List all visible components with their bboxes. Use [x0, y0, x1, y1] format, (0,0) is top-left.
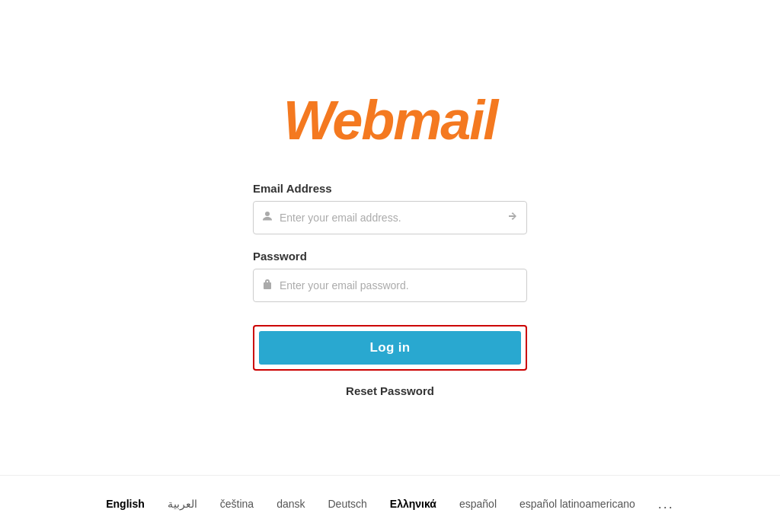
main-content: Webmail Email Address: [0, 89, 780, 397]
reset-password-link[interactable]: Reset Password: [253, 384, 527, 397]
lang-czech[interactable]: čeština: [220, 498, 254, 510]
lock-icon: [261, 278, 273, 293]
logo-container: Webmail: [283, 89, 497, 151]
language-bar: English العربية čeština dansk Deutsch Ελ…: [0, 475, 780, 532]
lang-english[interactable]: English: [106, 498, 145, 510]
login-button[interactable]: Log in: [259, 331, 521, 365]
lang-german[interactable]: Deutsch: [328, 498, 367, 510]
password-input[interactable]: [280, 279, 519, 291]
person-icon: [261, 210, 273, 225]
lang-spanish-la[interactable]: español latinoamericano: [519, 498, 635, 510]
password-input-wrapper: [253, 269, 527, 302]
password-field-group: Password: [253, 250, 527, 302]
arrow-icon: [507, 210, 519, 225]
lang-greek[interactable]: Ελληνικά: [390, 498, 436, 510]
email-input-wrapper: [253, 201, 527, 234]
email-input[interactable]: [280, 212, 500, 224]
logo: Webmail: [283, 89, 497, 151]
password-label: Password: [253, 250, 527, 263]
lang-spanish[interactable]: español: [459, 498, 497, 510]
lang-arabic[interactable]: العربية: [168, 498, 197, 510]
more-languages-button[interactable]: ...: [658, 496, 674, 512]
email-field-group: Email Address: [253, 182, 527, 234]
login-form: Email Address Password: [253, 182, 527, 397]
login-button-wrapper: Log in: [253, 325, 527, 371]
email-label: Email Address: [253, 182, 527, 195]
lang-danish[interactable]: dansk: [277, 498, 305, 510]
